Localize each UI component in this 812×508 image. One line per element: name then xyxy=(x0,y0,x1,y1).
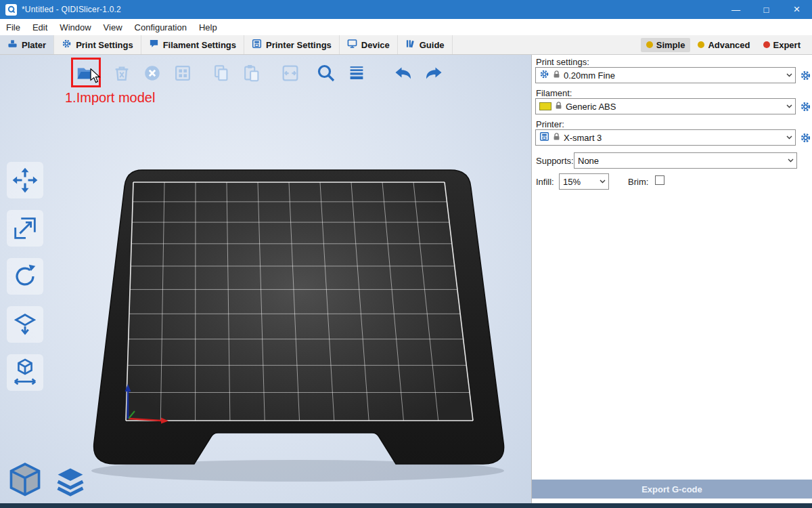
chevron-down-icon xyxy=(784,73,795,77)
filament-gear-button[interactable] xyxy=(798,100,812,113)
chevron-down-icon xyxy=(785,158,796,163)
infill-select[interactable]: 15% xyxy=(559,173,609,190)
view-switcher xyxy=(5,460,88,499)
view-3d-button[interactable] xyxy=(5,460,45,499)
lock-icon xyxy=(553,133,560,143)
infill-value: 15% xyxy=(563,177,581,187)
tab-plater[interactable]: Plater xyxy=(0,35,54,54)
measure-button[interactable] xyxy=(7,354,43,391)
window-controls: — □ × xyxy=(721,0,812,19)
tab-device-label: Device xyxy=(361,40,390,50)
brim-label: Brim: xyxy=(628,177,648,187)
filament-icon xyxy=(149,39,159,51)
chevron-down-icon xyxy=(784,135,795,140)
search-button[interactable] xyxy=(313,60,339,86)
gear-icon xyxy=(539,69,549,81)
copy-button[interactable] xyxy=(208,60,234,86)
filament-label: Filament: xyxy=(536,88,572,98)
mode-advanced[interactable]: Advanced xyxy=(692,38,755,52)
printer-icon xyxy=(252,39,262,51)
viewport-3d[interactable]: 1.Import model xyxy=(0,55,531,503)
printer-icon xyxy=(539,131,549,144)
mode-simple[interactable]: Simple xyxy=(641,38,691,52)
filament-value: Generic ABS xyxy=(566,102,616,112)
maximize-button[interactable]: □ xyxy=(751,0,782,19)
menubar: File Edit Window View Configuration Help xyxy=(0,19,812,36)
simple-mode-icon xyxy=(646,41,653,48)
delete-all-button[interactable] xyxy=(139,60,165,86)
menu-window[interactable]: Window xyxy=(53,19,97,35)
print-settings-value: 0.20mm Fine xyxy=(564,70,615,81)
undo-button[interactable] xyxy=(390,60,416,86)
menu-edit[interactable]: Edit xyxy=(26,19,53,35)
supports-label: Supports: xyxy=(536,156,574,166)
scale-button[interactable] xyxy=(7,210,43,247)
supports-select[interactable]: None xyxy=(574,152,797,169)
tab-print-settings[interactable]: Print Settings xyxy=(54,35,141,54)
tab-print-settings-label: Print Settings xyxy=(76,40,133,50)
variable-layer-height-button[interactable] xyxy=(344,60,369,86)
tab-printer-settings[interactable]: Printer Settings xyxy=(244,35,340,54)
viewport-toolbar xyxy=(73,59,447,87)
filament-select[interactable]: Generic ABS xyxy=(535,98,796,114)
delete-button[interactable] xyxy=(109,60,135,86)
tabbar: Plater Print Settings Filament Settings … xyxy=(0,35,812,55)
tab-plater-label: Plater xyxy=(22,40,46,50)
mode-simple-label: Simple xyxy=(656,40,685,50)
tab-printer-settings-label: Printer Settings xyxy=(266,40,332,50)
infill-label: Infill: xyxy=(536,177,554,187)
tab-device[interactable]: Device xyxy=(340,35,398,54)
mode-switcher: Simple Advanced Expert xyxy=(641,35,812,54)
print-settings-select[interactable]: 0.20mm Fine xyxy=(535,67,796,83)
tab-filament-settings-label: Filament Settings xyxy=(163,40,236,50)
redo-button[interactable] xyxy=(421,60,447,86)
menu-view[interactable]: View xyxy=(97,19,129,35)
print-settings-gear-button[interactable] xyxy=(798,68,812,82)
gear-icon xyxy=(62,39,72,51)
arrange-button[interactable] xyxy=(170,60,196,86)
chevron-down-icon xyxy=(597,179,608,184)
titlebar: *Untitled - QIDISlicer-1.0.2 — □ × xyxy=(0,0,812,19)
paste-button[interactable] xyxy=(239,60,265,86)
supports-value: None xyxy=(578,156,599,166)
gizmo-toolbar xyxy=(7,162,43,391)
window-title: *Untitled - QIDISlicer-1.0.2 xyxy=(22,5,121,14)
printer-label: Printer: xyxy=(536,119,564,129)
brim-checkbox[interactable] xyxy=(655,175,664,185)
mode-expert[interactable]: Expert xyxy=(758,38,806,52)
guide-icon xyxy=(405,39,415,51)
minimize-button[interactable]: — xyxy=(721,0,751,19)
viewport-bottom-bar xyxy=(0,503,812,508)
print-bed[interactable] xyxy=(0,55,531,503)
lock-icon xyxy=(553,70,560,81)
close-button[interactable]: × xyxy=(782,0,812,19)
printer-value: X-smart 3 xyxy=(564,133,602,143)
move-button[interactable] xyxy=(7,162,43,198)
filament-color-swatch xyxy=(539,102,551,110)
tab-guide[interactable]: Guide xyxy=(398,35,453,54)
chevron-down-icon xyxy=(784,104,795,108)
tab-guide-label: Guide xyxy=(420,40,445,50)
mode-expert-label: Expert xyxy=(773,40,800,50)
view-layers-button[interactable] xyxy=(53,464,88,499)
tab-filament-settings[interactable]: Filament Settings xyxy=(141,35,244,54)
export-gcode-button[interactable]: Export G-code xyxy=(532,480,812,499)
import-button[interactable] xyxy=(73,60,99,86)
split-button[interactable] xyxy=(277,60,303,86)
lock-icon xyxy=(555,102,562,112)
menu-help[interactable]: Help xyxy=(193,19,223,35)
menu-file[interactable]: File xyxy=(0,19,26,35)
printer-select[interactable]: X-smart 3 xyxy=(535,129,796,146)
menu-configuration[interactable]: Configuration xyxy=(129,19,193,35)
print-settings-label: Print settings: xyxy=(536,57,589,67)
mode-advanced-label: Advanced xyxy=(708,40,750,50)
app-icon xyxy=(5,4,17,16)
advanced-mode-icon xyxy=(698,41,704,48)
settings-panel: Print settings: 0.20mm Fine Filament: Ge… xyxy=(531,55,812,503)
plater-icon xyxy=(7,39,18,51)
import-annotation: 1.Import model xyxy=(65,90,155,106)
place-on-face-button[interactable] xyxy=(7,306,43,343)
expert-mode-icon xyxy=(763,41,770,48)
printer-gear-button[interactable] xyxy=(798,131,812,144)
rotate-button[interactable] xyxy=(7,258,43,295)
